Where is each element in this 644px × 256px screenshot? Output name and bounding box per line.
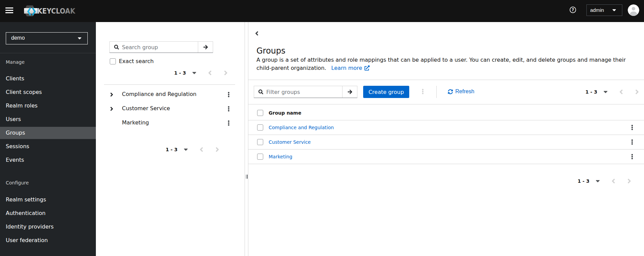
angle-left-icon xyxy=(208,71,212,75)
kebab-icon xyxy=(631,139,633,145)
expand-toggle-button[interactable] xyxy=(108,105,116,113)
tree-item-kebab-button[interactable] xyxy=(225,104,232,113)
user-avatar[interactable] xyxy=(628,4,639,16)
filter-groups-submit-button[interactable] xyxy=(342,86,357,98)
pagination-range: 1 - 3 xyxy=(578,178,589,184)
panel-resize-splitter[interactable] xyxy=(245,22,248,256)
per-page-toggle[interactable] xyxy=(183,146,189,153)
sidebar-item-sessions[interactable]: Sessions xyxy=(0,140,96,153)
realm-selector[interactable]: demo xyxy=(6,32,88,44)
keycloak-admin-console: KEYCLOAK ? admin demo Manage Clients xyxy=(0,0,644,256)
angle-right-icon xyxy=(215,147,219,152)
keycloak-logo: KEYCLOAK xyxy=(23,3,81,18)
next-page-button[interactable] xyxy=(223,70,229,76)
caret-down-icon xyxy=(78,37,81,40)
caret-down-icon xyxy=(604,91,607,93)
pagination-range: 1 - 3 xyxy=(174,70,186,76)
sidebar-item-authentication[interactable]: Authentication xyxy=(0,207,96,219)
user-name: admin xyxy=(590,7,604,13)
nav-toggle-button[interactable] xyxy=(5,6,14,16)
splitter-grip-icon xyxy=(246,175,248,179)
group-search-input[interactable] xyxy=(110,42,198,53)
hamburger-bar xyxy=(5,10,13,11)
external-link-icon xyxy=(365,65,370,71)
nav-section-configure: Configure xyxy=(6,180,29,185)
exact-search-checkbox[interactable] xyxy=(110,58,116,64)
angle-left-icon xyxy=(255,31,258,36)
page-description: A group is a set of attributes and role … xyxy=(256,56,630,72)
group-link[interactable]: Compliance and Regulation xyxy=(269,125,334,130)
angle-right-icon xyxy=(110,93,113,97)
realm-name: demo xyxy=(11,35,25,41)
tree-item-label[interactable]: Compliance and Regulation xyxy=(122,91,196,97)
expand-toggle-button[interactable] xyxy=(108,91,116,98)
kebab-icon xyxy=(422,88,424,95)
group-link[interactable]: Customer Service xyxy=(269,139,311,145)
hamburger-bar xyxy=(5,12,13,13)
row-kebab-button[interactable] xyxy=(628,123,636,132)
tree-item-compliance-and-regulation: Compliance and Regulation xyxy=(96,87,245,102)
sidebar-item-identity-providers[interactable]: Identity providers xyxy=(0,221,96,233)
tree-item-label[interactable]: Customer Service xyxy=(122,105,170,112)
sidebar-item-realm-roles[interactable]: Realm roles xyxy=(0,100,96,112)
group-link[interactable]: Marketing xyxy=(269,154,292,159)
previous-page-button[interactable] xyxy=(199,146,205,153)
row-kebab-button[interactable] xyxy=(628,152,636,161)
masthead: KEYCLOAK ? admin xyxy=(0,0,644,22)
previous-page-button[interactable] xyxy=(618,88,624,95)
kebab-icon xyxy=(228,92,230,98)
table-header-row: Group name xyxy=(248,104,644,120)
row-checkbox[interactable] xyxy=(257,124,263,131)
groups-main-panel: Groups A group is a set of attributes an… xyxy=(248,22,644,256)
filter-groups-input[interactable] xyxy=(254,86,342,98)
per-page-toggle[interactable] xyxy=(602,88,608,95)
kebab-icon xyxy=(631,154,633,160)
svg-text:?: ? xyxy=(572,7,574,12)
caret-down-icon xyxy=(612,9,616,12)
toolbar-kebab-button[interactable] xyxy=(419,87,427,96)
row-checkbox[interactable] xyxy=(257,154,263,160)
collapse-panel-button[interactable] xyxy=(254,31,260,37)
group-tree-panel: Exact search 1 - 3 Compliance and Regula… xyxy=(96,22,245,256)
per-page-toggle[interactable] xyxy=(595,178,601,184)
tree-pagination-bottom: 1 - 3 xyxy=(166,146,223,153)
select-all-checkbox[interactable] xyxy=(257,110,263,116)
help-button[interactable]: ? xyxy=(568,6,577,15)
per-page-toggle[interactable] xyxy=(191,70,197,76)
group-search-submit-button[interactable] xyxy=(198,42,213,53)
tree-item-kebab-button[interactable] xyxy=(225,119,232,127)
question-circle-icon: ? xyxy=(569,6,577,14)
table-row: Compliance and Regulation xyxy=(248,120,644,135)
tree-divider xyxy=(104,84,235,85)
angle-right-icon xyxy=(627,179,631,183)
create-group-button[interactable]: Create group xyxy=(363,86,409,98)
caret-down-icon xyxy=(184,149,188,151)
description-text: A group is a set of attributes and role … xyxy=(256,57,626,71)
sidebar-item-users[interactable]: Users xyxy=(0,113,96,125)
next-page-button[interactable] xyxy=(634,88,640,95)
tree-item-label[interactable]: Marketing xyxy=(122,119,149,126)
learn-more-link[interactable]: Learn more xyxy=(331,65,370,71)
row-kebab-button[interactable] xyxy=(628,138,636,146)
group-search-box xyxy=(109,41,213,53)
sidebar-item-client-scopes[interactable]: Client scopes xyxy=(0,86,96,98)
previous-page-button[interactable] xyxy=(207,70,213,76)
grip-bar xyxy=(247,175,248,179)
exact-search-label: Exact search xyxy=(119,58,154,64)
sidebar-item-realm-settings[interactable]: Realm settings xyxy=(0,194,96,206)
next-page-button[interactable] xyxy=(214,146,221,153)
next-page-button[interactable] xyxy=(626,178,632,184)
table-pagination-top: 1 - 3 xyxy=(585,88,643,95)
sidebar-item-events[interactable]: Events xyxy=(0,154,96,166)
grip-bar xyxy=(246,175,247,179)
sidebar-divider xyxy=(0,53,96,53)
sidebar-item-clients[interactable]: Clients xyxy=(0,73,96,85)
previous-page-button[interactable] xyxy=(610,178,617,184)
user-menu-toggle[interactable]: admin xyxy=(586,4,622,16)
sidebar-item-groups[interactable]: Groups xyxy=(0,127,96,139)
tree-item-kebab-button[interactable] xyxy=(225,90,232,99)
column-header-group-name: Group name xyxy=(269,110,301,116)
sidebar-item-user-federation[interactable]: User federation xyxy=(0,234,96,247)
row-checkbox[interactable] xyxy=(257,139,263,145)
toolbar-separator xyxy=(436,86,437,98)
